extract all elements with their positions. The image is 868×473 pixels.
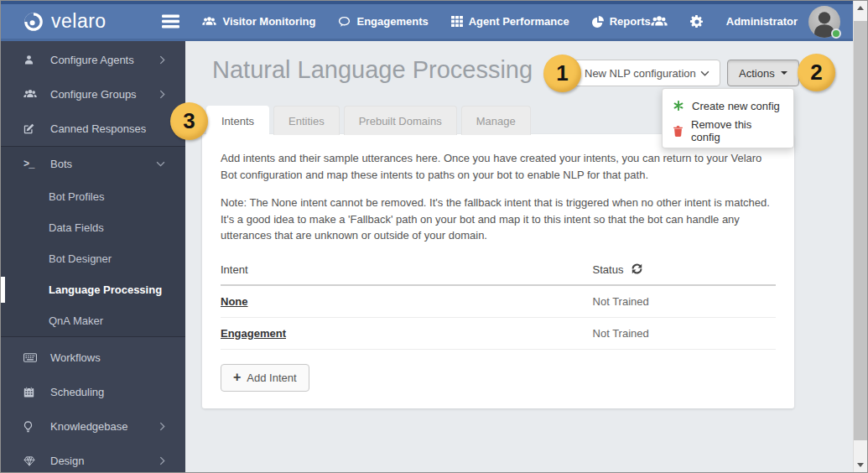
bots-section: >_ Bots Bot Profiles Data Fields Bot Des…: [1, 146, 185, 337]
trash-icon: [673, 126, 683, 137]
nlp-config-select[interactable]: New NLP configuration: [574, 60, 720, 86]
column-header-status: Status: [593, 263, 624, 276]
intro-text: Add intents and their sample utterances …: [221, 150, 776, 183]
brand[interactable]: velaro: [1, 12, 143, 32]
sidebar-item-bot-designer[interactable]: Bot Designer: [1, 243, 185, 274]
page-title: Natural Language Processing: [212, 56, 533, 84]
tab-prebuilt-domains[interactable]: Prebuilt Domains: [344, 106, 457, 135]
callout-badge-1: 1: [543, 55, 581, 92]
velaro-logo-icon: [23, 12, 44, 32]
users-icon: [202, 16, 216, 28]
sidebar-item-knowledgebase[interactable]: Knowledgebase: [1, 409, 185, 444]
menu-item-remove-this-config[interactable]: Remove this config: [663, 118, 793, 143]
tab-bar: Intents Entities Prebuilt Domains Manage: [206, 106, 535, 135]
sidebar-item-bot-profiles[interactable]: Bot Profiles: [1, 181, 185, 212]
person-icon: [23, 55, 40, 65]
tab-manage[interactable]: Manage: [461, 106, 531, 135]
pie-chart-icon: [592, 16, 604, 28]
chevron-down-icon: [156, 161, 165, 167]
chat-bubble-icon: [338, 16, 351, 28]
sidebar-bottom-group: Workflows Scheduling: [1, 337, 185, 473]
actions-button[interactable]: Actions: [727, 60, 799, 86]
scrollbar-thumb[interactable]: [854, 21, 867, 440]
keyboard-icon: [23, 353, 40, 362]
tab-intents[interactable]: Intents: [206, 106, 269, 135]
intents-panel: Add intents and their sample utterances …: [202, 134, 794, 408]
sidebar-item-qna-maker[interactable]: QnA Maker: [1, 305, 185, 336]
status-value: Not Trained: [593, 295, 649, 308]
sidebar-item-design[interactable]: Design: [1, 444, 185, 473]
chevron-right-icon: [159, 90, 165, 99]
nav-engagements[interactable]: Engagements: [338, 15, 428, 28]
plus-icon: +: [233, 371, 241, 384]
vertical-scrollbar: [853, 1, 867, 472]
user-name[interactable]: Administrator: [726, 15, 798, 28]
top-navbar: velaro Visitor Monitoring Engagements: [1, 1, 854, 41]
menu-item-create-new-config[interactable]: Create new config: [663, 93, 793, 118]
intents-table: Intent Status None Not T: [221, 256, 776, 350]
intent-link-none[interactable]: None: [221, 295, 248, 308]
nlp-config-select-value: New NLP configuration: [585, 67, 700, 80]
sidebar-item-canned-responses[interactable]: Canned Responses: [1, 112, 185, 146]
calendar-icon: [23, 387, 40, 398]
sidebar-item-configure-agents[interactable]: Configure Agents: [1, 43, 185, 77]
nav-agent-performance[interactable]: Agent Performance: [451, 15, 569, 28]
pencil-square-icon: [23, 123, 40, 134]
column-header-intent: Intent: [221, 256, 593, 285]
status-value: Not Trained: [593, 327, 649, 340]
tab-entities[interactable]: Entities: [273, 106, 340, 135]
callout-badge-3: 3: [170, 102, 208, 140]
triangle-up-icon: [857, 6, 864, 10]
callout-badge-2: 2: [798, 54, 835, 91]
nav-visitor-monitoring[interactable]: Visitor Monitoring: [202, 15, 315, 28]
asterisk-icon: [673, 101, 683, 111]
table-row: None Not Trained: [221, 285, 776, 318]
online-status-dot: [831, 29, 841, 39]
sidebar-item-language-processing[interactable]: Language Processing: [1, 274, 185, 305]
gear-icon[interactable]: [690, 15, 704, 29]
sidebar-item-scheduling[interactable]: Scheduling: [1, 375, 185, 409]
note-text: Note: The None intent cannot be removed.…: [221, 195, 776, 244]
intent-link-engagement[interactable]: Engagement: [221, 327, 286, 340]
sidebar-nav: Configure Agents Configure Groups Canned…: [1, 41, 185, 472]
terminal-icon: >_: [23, 159, 40, 170]
sidebar-item-bots[interactable]: >_ Bots: [1, 147, 185, 181]
table-row: Engagement Not Trained: [221, 317, 776, 349]
hamburger-menu-icon[interactable]: [162, 14, 179, 29]
caret-down-icon: [781, 71, 787, 75]
actions-dropdown-menu: Create new config Remove this config: [662, 88, 794, 148]
scroll-down-button[interactable]: [854, 458, 867, 472]
sidebar-item-configure-groups[interactable]: Configure Groups: [1, 77, 185, 112]
gem-icon: [23, 456, 40, 466]
grid-icon: [451, 16, 463, 27]
chevron-right-icon: [159, 422, 165, 431]
sidebar-item-data-fields[interactable]: Data Fields: [1, 212, 185, 243]
brand-name: velaro: [51, 12, 107, 31]
triangle-down-icon: [857, 463, 864, 467]
chevron-right-icon: [159, 55, 165, 65]
agents-people-icon[interactable]: [651, 15, 668, 29]
lightbulb-icon: [23, 421, 40, 433]
users-icon: [23, 89, 40, 100]
main-content: Natural Language Processing New NLP conf…: [185, 41, 853, 472]
chevron-right-icon: [159, 456, 165, 465]
sidebar-item-workflows[interactable]: Workflows: [1, 340, 185, 375]
nav-reports[interactable]: Reports: [592, 15, 651, 28]
scroll-up-button[interactable]: [854, 1, 867, 15]
refresh-status-icon[interactable]: [632, 263, 642, 274]
avatar[interactable]: [808, 6, 840, 38]
add-intent-button[interactable]: + Add Intent: [221, 364, 309, 392]
chevron-down-icon: [700, 70, 709, 76]
